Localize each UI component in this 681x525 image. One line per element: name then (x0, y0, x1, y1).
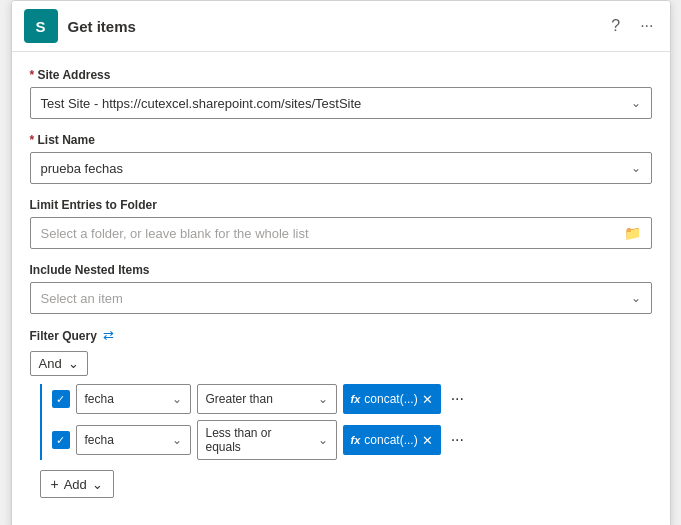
add-button[interactable]: + Add ⌄ (40, 470, 114, 498)
filter-row-2-field-chevron-icon: ⌄ (172, 433, 182, 447)
app-icon: S (24, 9, 58, 43)
site-address-group: Site Address Test Site - https://cutexce… (30, 68, 652, 119)
filter-row-1-value-text: concat(...) (364, 392, 417, 406)
filter-row: ✓ fecha ⌄ Greater than ⌄ fx concat(...) … (52, 384, 652, 414)
limit-entries-label: Limit Entries to Folder (30, 198, 652, 212)
list-name-label: List Name (30, 133, 652, 147)
list-name-dropdown[interactable]: prueba fechas ⌄ (30, 152, 652, 184)
site-address-value: Test Site - https://cutexcel.sharepoint.… (41, 96, 623, 111)
filter-row-1-field-value: fecha (85, 392, 164, 406)
include-nested-chevron-icon: ⌄ (631, 291, 641, 305)
header-actions: ? ··· (607, 15, 657, 37)
filter-row-1-close-icon[interactable]: ✕ (422, 392, 433, 407)
and-label: And (39, 356, 62, 371)
filter-row-2-more-icon[interactable]: ··· (447, 431, 468, 449)
include-nested-dropdown[interactable]: Select an item ⌄ (30, 282, 652, 314)
filter-row-1-checkbox[interactable]: ✓ (52, 390, 70, 408)
checkbox-check-icon: ✓ (56, 393, 65, 406)
more-icon: ··· (640, 17, 653, 35)
filter-query-label: Filter Query (30, 329, 97, 343)
include-nested-group: Include Nested Items Select an item ⌄ (30, 263, 652, 314)
filter-row-2-operator-value: Less than or equals (206, 426, 310, 454)
panel-header: S Get items ? ··· (12, 1, 670, 52)
filter-row-1-operator-chevron-icon: ⌄ (318, 392, 328, 406)
add-chevron-icon: ⌄ (92, 477, 103, 492)
and-chevron-icon: ⌄ (68, 356, 79, 371)
folder-icon: 📁 (624, 225, 641, 241)
panel-body: Site Address Test Site - https://cutexce… (12, 52, 670, 525)
filter-rows: ✓ fecha ⌄ Greater than ⌄ fx concat(...) … (40, 384, 652, 460)
filter-row-1-operator-value: Greater than (206, 392, 310, 406)
limit-entries-group: Limit Entries to Folder Select a folder,… (30, 198, 652, 249)
filter-query-header: Filter Query ⇄ (30, 328, 652, 343)
filter-row-1-more-icon[interactable]: ··· (447, 390, 468, 408)
filter-switch-icon[interactable]: ⇄ (103, 328, 114, 343)
filter-query-group: Filter Query ⇄ And ⌄ ✓ fecha ⌄ (30, 328, 652, 498)
help-button[interactable]: ? (607, 15, 624, 37)
filter-row-2-operator-dropdown[interactable]: Less than or equals ⌄ (197, 420, 337, 460)
include-nested-placeholder: Select an item (41, 291, 623, 306)
list-name-group: List Name prueba fechas ⌄ (30, 133, 652, 184)
filter-row-1-value-box[interactable]: fx concat(...) ✕ (343, 384, 441, 414)
limit-entries-dropdown[interactable]: Select a folder, or leave blank for the … (30, 217, 652, 249)
add-label: Add (64, 477, 87, 492)
filter-row-2-value-box[interactable]: fx concat(...) ✕ (343, 425, 441, 455)
filter-row-2-value-text: concat(...) (364, 433, 417, 447)
and-dropdown[interactable]: And ⌄ (30, 351, 88, 376)
add-plus-icon: + (51, 476, 59, 492)
panel-title: Get items (68, 18, 598, 35)
filter-row-2-field-dropdown[interactable]: fecha ⌄ (76, 425, 191, 455)
site-address-chevron-icon: ⌄ (631, 96, 641, 110)
filter-row-2-field-value: fecha (85, 433, 164, 447)
list-name-value: prueba fechas (41, 161, 623, 176)
filter-row-2-close-icon[interactable]: ✕ (422, 433, 433, 448)
help-icon: ? (611, 17, 620, 35)
filter-row-1-operator-dropdown[interactable]: Greater than ⌄ (197, 384, 337, 414)
filter-row-1-field-dropdown[interactable]: fecha ⌄ (76, 384, 191, 414)
filter-row-2-operator-chevron-icon: ⌄ (318, 433, 328, 447)
include-nested-label: Include Nested Items (30, 263, 652, 277)
fx-icon: fx (351, 393, 361, 405)
checkbox-check-icon: ✓ (56, 434, 65, 447)
filter-row-2-checkbox[interactable]: ✓ (52, 431, 70, 449)
limit-entries-placeholder: Select a folder, or leave blank for the … (41, 226, 624, 241)
more-options-button[interactable]: ··· (636, 15, 657, 37)
fx-icon: fx (351, 434, 361, 446)
site-address-dropdown[interactable]: Test Site - https://cutexcel.sharepoint.… (30, 87, 652, 119)
filter-row-1-field-chevron-icon: ⌄ (172, 392, 182, 406)
filter-row: ✓ fecha ⌄ Less than or equals ⌄ fx conca… (52, 420, 652, 460)
site-address-label: Site Address (30, 68, 652, 82)
get-items-panel: S Get items ? ··· Site Address Test Site… (11, 0, 671, 525)
list-name-chevron-icon: ⌄ (631, 161, 641, 175)
